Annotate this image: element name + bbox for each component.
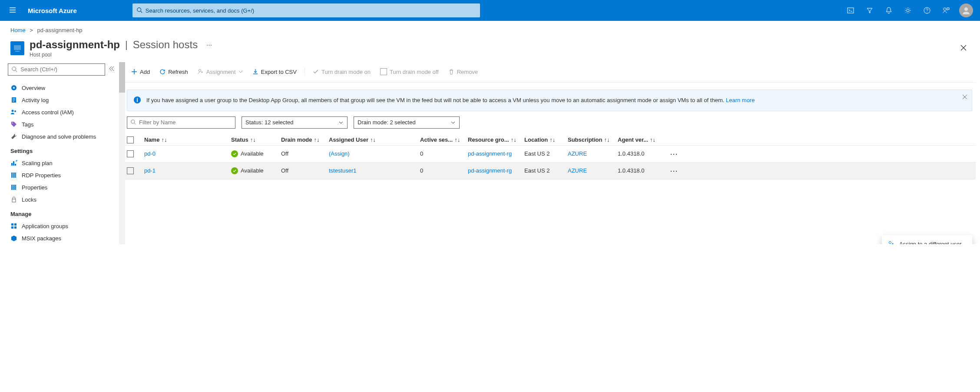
scaling-icon (10, 159, 17, 166)
properties-icon (10, 184, 17, 191)
sidebar-item-iam[interactable]: Access control (IAM) (8, 106, 118, 118)
global-search-input[interactable] (146, 7, 476, 14)
close-icon (960, 44, 967, 51)
refresh-button[interactable]: Refresh (155, 67, 192, 77)
host-pool-icon (13, 43, 22, 53)
table-row: pd-1 Available Off tstestuser1 0 pd-assi… (123, 163, 976, 179)
assigned-user-link[interactable]: tstestuser1 (329, 167, 357, 174)
drain-off-button[interactable]: Turn drain mode off (376, 66, 443, 77)
sidebar-item-rdp[interactable]: RDP Properties (8, 169, 118, 181)
square-icon (380, 68, 387, 75)
brand-label: Microsoft Azure (23, 7, 81, 14)
filter-status-dropdown[interactable]: Status: 12 selected (242, 116, 348, 129)
global-search-wrap (132, 3, 480, 17)
col-status[interactable]: Status↑↓ (231, 136, 281, 143)
breadcrumb-home[interactable]: Home (10, 27, 26, 33)
sidebar-item-diagnose[interactable]: Diagnose and solve problems (8, 130, 118, 143)
col-rg[interactable]: Resource gro...↑↓ (468, 136, 524, 143)
col-sessions[interactable]: Active ses...↑↓ (420, 136, 468, 143)
export-csv-button[interactable]: Export to CSV (248, 67, 301, 77)
svg-point-10 (13, 87, 15, 89)
directory-button[interactable] (860, 0, 879, 21)
avatar-icon (961, 6, 971, 15)
row-actions-button[interactable]: ⋯ (670, 149, 679, 158)
sidebar-search-input[interactable] (20, 66, 101, 73)
close-blade-button[interactable] (957, 42, 970, 55)
notifications-button[interactable] (879, 0, 898, 21)
host-name-link[interactable]: pd-1 (144, 167, 156, 174)
row-actions-button[interactable]: ⋯ (670, 166, 679, 175)
col-agent[interactable]: Agent ver...↑↓ (618, 136, 661, 143)
feedback-button[interactable] (937, 0, 956, 21)
page-section: Session hosts (133, 39, 198, 51)
filter-row: Status: 12 selected Drain mode: 2 select… (123, 116, 976, 135)
ctx-assign-other[interactable]: Assign to a different user (882, 237, 972, 244)
status-available-icon (231, 167, 238, 174)
scrollbar-thumb[interactable] (119, 62, 125, 93)
tag-icon (10, 121, 17, 128)
row-checkbox[interactable] (127, 150, 134, 157)
assignment-button[interactable]: Assignment (193, 67, 247, 77)
people-icon (10, 109, 17, 116)
add-button[interactable]: Add (127, 67, 154, 77)
remove-button[interactable]: Remove (444, 67, 482, 77)
wrench-icon (10, 133, 17, 140)
hamburger-menu-button[interactable] (5, 3, 20, 19)
svg-rect-1 (848, 8, 854, 13)
svg-rect-7 (15, 51, 20, 52)
search-icon (131, 120, 136, 125)
status-available-icon (231, 150, 238, 157)
host-name-link[interactable]: pd-0 (144, 150, 156, 157)
info-close-button[interactable] (962, 94, 967, 101)
more-dots-button[interactable]: ⋯ (201, 42, 212, 48)
refresh-icon (159, 69, 166, 75)
help-icon (923, 7, 931, 14)
col-name[interactable]: Name↑↓ (144, 136, 231, 143)
sidebar-item-properties[interactable]: Properties (8, 181, 118, 193)
select-all-checkbox[interactable] (127, 136, 134, 143)
sidebar-item-msix[interactable]: MSIX packages (8, 232, 118, 244)
filter-name-input[interactable] (139, 119, 232, 126)
sidebar-item-activity-log[interactable]: Activity log (8, 94, 118, 106)
log-icon (10, 96, 17, 103)
col-drain[interactable]: Drain mode↑↓ (281, 136, 329, 143)
sidebar-search-box[interactable] (8, 63, 105, 76)
sidebar-item-app-groups[interactable]: Application groups (8, 220, 118, 232)
table-header-row: Name↑↓ Status↑↓ Drain mode↑↓ Assigned Us… (123, 135, 976, 146)
col-user[interactable]: Assigned User↑↓ (329, 136, 420, 143)
global-search-box[interactable] (132, 3, 480, 17)
sidebar-item-tags[interactable]: Tags (8, 118, 118, 130)
col-loc[interactable]: Location↑↓ (524, 136, 568, 143)
user-avatar-button[interactable] (959, 3, 973, 17)
svg-point-0 (137, 8, 141, 12)
svg-point-20 (199, 70, 201, 72)
subscription-link[interactable]: AZURE (568, 150, 587, 157)
chevron-left-double-icon (109, 66, 115, 72)
svg-point-4 (944, 8, 946, 10)
subscription-link[interactable]: AZURE (568, 167, 587, 174)
assigned-user-link[interactable]: (Assign) (329, 150, 350, 157)
cloud-shell-button[interactable] (841, 0, 860, 21)
filter-name-box[interactable] (127, 116, 235, 129)
row-checkbox[interactable] (127, 167, 134, 174)
info-banner: If you have assigned a user group to the… (127, 90, 972, 111)
resource-group-link[interactable]: pd-assignment-rg (468, 150, 512, 157)
command-toolbar: Add Refresh Assignment Export to CSV Tur… (123, 62, 976, 83)
sidebar-item-overview[interactable]: Overview (8, 82, 118, 94)
sidebar-item-locks[interactable]: Locks (8, 193, 118, 206)
svg-point-14 (12, 123, 13, 123)
resource-group-link[interactable]: pd-assignment-rg (468, 167, 512, 174)
sidebar-item-scaling-plan[interactable]: Scaling plan (8, 157, 118, 169)
svg-point-22 (131, 120, 135, 123)
drain-on-button[interactable]: Turn drain mode on (308, 67, 375, 77)
col-sub[interactable]: Subscription↑↓ (568, 136, 618, 143)
help-button[interactable] (917, 0, 937, 21)
svg-point-23 (889, 242, 891, 244)
sidebar-section-manage: Manage (8, 206, 118, 220)
learn-more-link[interactable]: Learn more (726, 97, 755, 103)
filter-drain-dropdown[interactable]: Drain mode: 2 selected (354, 116, 460, 129)
svg-rect-16 (11, 223, 13, 226)
settings-button[interactable] (898, 0, 917, 21)
svg-rect-15 (12, 199, 16, 202)
collapse-sidebar-button[interactable] (105, 63, 118, 76)
